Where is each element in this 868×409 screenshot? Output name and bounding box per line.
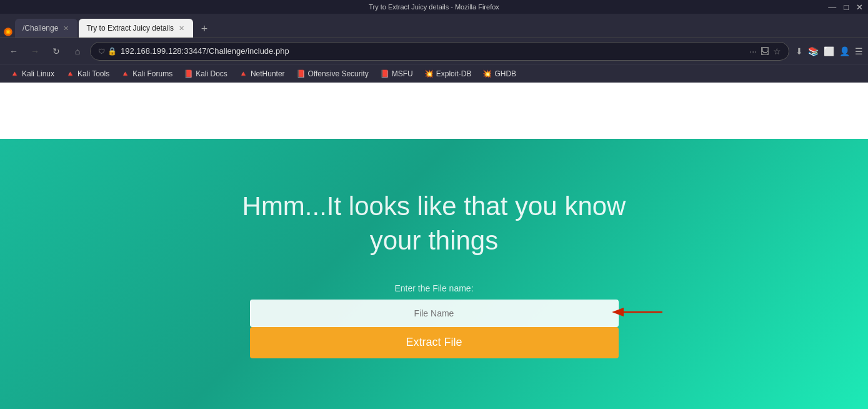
bookmark-kali-tools-label: Kali Tools xyxy=(77,69,109,78)
close-window-button[interactable]: ✕ xyxy=(856,3,863,12)
lock-icon: 🔒 xyxy=(107,47,117,56)
more-options-icon[interactable]: ··· xyxy=(749,46,757,56)
bookmark-kali-tools[interactable]: 🔺 Kali Tools xyxy=(61,68,114,80)
address-bar[interactable]: 🛡 🔒 192.168.199.128:33447/Challenge/incl… xyxy=(90,42,789,61)
back-button[interactable]: ← xyxy=(5,43,22,60)
title-bar: Try to Extract Juicy details - Mozilla F… xyxy=(0,0,868,14)
main-heading: Hmm...It looks like that you know your t… xyxy=(242,189,626,258)
heading-line1: Hmm...It looks like that you know xyxy=(242,191,626,221)
library-icon[interactable]: 📚 xyxy=(808,46,819,56)
bookmark-exploit-db-label: Exploit-DB xyxy=(436,69,472,78)
heading-line2: your things xyxy=(370,226,498,255)
red-arrow-icon xyxy=(606,300,669,325)
svg-point-2 xyxy=(7,31,10,34)
browser-content: Hmm...It looks like that you know your t… xyxy=(0,83,868,409)
exploit-db-icon: 💥 xyxy=(424,69,434,78)
bookmark-nethunter-label: NetHunter xyxy=(251,69,285,78)
nethunter-icon: 🔺 xyxy=(239,69,248,78)
bookmarks-bar: 🔺 Kali Linux 🔺 Kali Tools 🔺 Kali Forums … xyxy=(0,64,868,83)
address-bar-right-icons: ··· ⛾ ☆ xyxy=(749,46,781,56)
tab-bar: /Challenge ✕ Try to Extract Juicy detail… xyxy=(0,14,868,38)
shield-icon: 🛡 xyxy=(98,48,105,55)
nav-bar: ← → ↻ ⌂ 🛡 🔒 192.168.199.128:33447/Challe… xyxy=(0,38,868,64)
maximize-button[interactable]: □ xyxy=(844,3,849,12)
tab-juicy-close[interactable]: ✕ xyxy=(177,23,186,34)
profile-icon[interactable]: 👤 xyxy=(839,46,850,56)
address-bar-security-icons: 🛡 🔒 xyxy=(98,47,117,56)
bookmark-kali-forums-label: Kali Forums xyxy=(132,69,172,78)
firefox-logo-icon xyxy=(2,26,14,38)
new-tab-button[interactable]: + xyxy=(196,20,213,38)
bookmark-offensive-security-label: Offensive Security xyxy=(308,69,369,78)
synced-tabs-icon[interactable]: ⬜ xyxy=(824,46,834,56)
pocket-icon[interactable]: ⛾ xyxy=(761,46,769,56)
msfu-icon: 📕 xyxy=(380,69,389,78)
reload-button[interactable]: ↻ xyxy=(47,43,65,60)
window-title: Try to Extract Juicy details - Mozilla F… xyxy=(369,3,499,11)
bookmark-exploit-db[interactable]: 💥 Exploit-DB xyxy=(419,68,477,80)
kali-linux-icon: 🔺 xyxy=(10,69,19,78)
extract-file-button[interactable]: Extract File xyxy=(250,327,619,358)
star-icon[interactable]: ☆ xyxy=(773,46,781,56)
bookmark-nethunter[interactable]: 🔺 NetHunter xyxy=(234,68,290,80)
file-form: Enter the File name: Extract File xyxy=(250,283,619,358)
bookmark-offensive-security[interactable]: 📕 Offensive Security xyxy=(291,68,374,80)
ghdb-icon: 💥 xyxy=(482,69,492,78)
file-input-container xyxy=(250,300,619,327)
page-top-white xyxy=(0,83,868,139)
bookmark-kali-forums[interactable]: 🔺 Kali Forums xyxy=(116,68,177,80)
minimize-button[interactable]: — xyxy=(828,3,836,12)
tab-juicy[interactable]: Try to Extract Juicy details ✕ xyxy=(79,19,193,38)
page-main: Hmm...It looks like that you know your t… xyxy=(0,139,868,409)
file-name-input[interactable] xyxy=(250,300,619,327)
bookmark-ghdb[interactable]: 💥 GHDB xyxy=(477,68,521,80)
bookmark-ghdb-label: GHDB xyxy=(494,69,516,78)
menu-icon[interactable]: ☰ xyxy=(855,46,863,56)
bookmark-msfu-label: MSFU xyxy=(392,69,413,78)
forward-button[interactable]: → xyxy=(26,43,44,60)
bookmark-kali-linux[interactable]: 🔺 Kali Linux xyxy=(5,68,59,80)
address-text: 192.168.199.128:33447/Challenge/include.… xyxy=(121,46,746,56)
file-label: Enter the File name: xyxy=(394,283,473,293)
tab-challenge[interactable]: /Challenge ✕ xyxy=(15,19,77,38)
bookmark-msfu[interactable]: 📕 MSFU xyxy=(375,68,418,80)
tab-challenge-label: /Challenge xyxy=(22,24,58,33)
bookmark-kali-docs-label: Kali Docs xyxy=(196,69,227,78)
home-button[interactable]: ⌂ xyxy=(69,43,86,60)
downloads-icon[interactable]: ⬇ xyxy=(796,46,803,56)
nav-right-icons: ⬇ 📚 ⬜ 👤 ☰ xyxy=(796,46,863,56)
bookmark-kali-docs[interactable]: 📕 Kali Docs xyxy=(179,68,232,80)
tab-challenge-close[interactable]: ✕ xyxy=(62,23,70,34)
tab-juicy-label: Try to Extract Juicy details xyxy=(86,24,174,33)
kali-forums-icon: 🔺 xyxy=(121,69,130,78)
kali-docs-icon: 📕 xyxy=(184,69,193,78)
kali-tools-icon: 🔺 xyxy=(66,69,75,78)
bookmark-kali-linux-label: Kali Linux xyxy=(22,69,54,78)
arrow-annotation xyxy=(606,300,669,327)
offensive-security-icon: 📕 xyxy=(296,69,306,78)
window-controls[interactable]: — □ ✕ xyxy=(828,3,863,12)
